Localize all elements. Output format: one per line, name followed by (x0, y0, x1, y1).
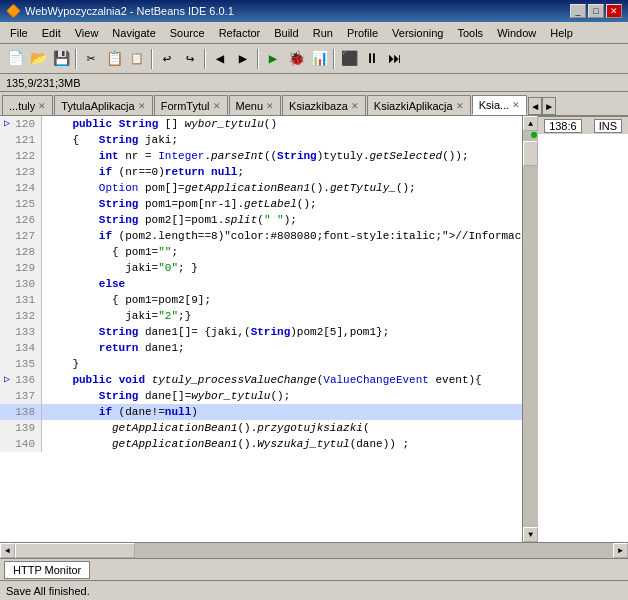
line-code-5[interactable]: String pom1=pom[nr-1].getLabel(); (42, 196, 522, 212)
line-num-18: 138 (14, 404, 42, 420)
line-code-18[interactable]: if (dane!=null) (42, 404, 522, 420)
line-code-8[interactable]: { pom1=""; (42, 244, 522, 260)
new-file-button[interactable]: 📄 (4, 48, 26, 70)
line-indicator-17 (0, 388, 14, 404)
menu-file[interactable]: File (4, 25, 34, 41)
scroll-left-button[interactable]: ◄ (0, 543, 15, 558)
line-code-16[interactable]: public void tytuly_processValueChange(Va… (42, 372, 522, 388)
line-num-3: 123 (14, 164, 42, 180)
run-button[interactable]: ▶ (262, 48, 284, 70)
menu-help[interactable]: Help (544, 25, 579, 41)
tab-close-5[interactable]: ✕ (456, 101, 464, 111)
line-code-6[interactable]: String pom2[]=pom1.split(" "); (42, 212, 522, 228)
close-button[interactable]: ✕ (606, 4, 622, 18)
editor-tab-3[interactable]: Menu✕ (229, 95, 282, 115)
editor-tab-4[interactable]: Ksiazkibaza✕ (282, 95, 366, 115)
undo-button[interactable]: ↩ (156, 48, 178, 70)
line-code-0[interactable]: public String [] wybor_tytulu() (42, 116, 522, 132)
line-code-20[interactable]: getApplicationBean1().Wyszukaj_tytul(dan… (42, 436, 522, 452)
line-code-17[interactable]: String dane[]=wybor_tytulu(); (42, 388, 522, 404)
back-button[interactable]: ◀ (209, 48, 231, 70)
open-button[interactable]: 📂 (27, 48, 49, 70)
scroll-thumb-h[interactable] (15, 543, 135, 558)
menu-edit[interactable]: Edit (36, 25, 67, 41)
horizontal-scrollbar[interactable]: ◄ ► (0, 542, 628, 558)
editor-tab-1[interactable]: TytulaAplikacja✕ (54, 95, 152, 115)
line-indicator-15 (0, 356, 14, 372)
line-code-1[interactable]: { String jaki; (42, 132, 522, 148)
line-code-4[interactable]: Option pom[]=getApplicationBean1().getTy… (42, 180, 522, 196)
line-code-13[interactable]: String dane1[]= {jaki,(String)pom2[5],po… (42, 324, 522, 340)
paste-button[interactable]: 📋 (126, 48, 148, 70)
menu-run[interactable]: Run (307, 25, 339, 41)
maximize-button[interactable]: □ (588, 4, 604, 18)
http-monitor-tab[interactable]: HTTP Monitor (4, 561, 90, 579)
tab-close-6[interactable]: ✕ (512, 100, 520, 110)
redo-button[interactable]: ↪ (179, 48, 201, 70)
vertical-scrollbar[interactable]: ▲ ▼ (522, 116, 538, 542)
editor-tab-5[interactable]: KsiazkiAplikacja✕ (367, 95, 471, 115)
scroll-down-button[interactable]: ▼ (523, 527, 538, 542)
forward-button[interactable]: ▶ (232, 48, 254, 70)
line-code-2[interactable]: int nr = Integer.parseInt((String)tytuly… (42, 148, 522, 164)
line-code-3[interactable]: if (nr==0)return null; (42, 164, 522, 180)
debug-button[interactable]: 🐞 (285, 48, 307, 70)
line-indicator-12 (0, 308, 14, 324)
line-code-10[interactable]: else (42, 276, 522, 292)
tab-nav-right[interactable]: ► (542, 97, 556, 115)
minimize-button[interactable]: _ (570, 4, 586, 18)
profile-button[interactable]: 📊 (308, 48, 330, 70)
line-code-11[interactable]: { pom1=pom2[9]; (42, 292, 522, 308)
title-bar-controls[interactable]: _ □ ✕ (570, 4, 622, 18)
line-indicator-18 (0, 404, 14, 420)
scroll-up-button[interactable]: ▲ (523, 116, 538, 131)
menu-build[interactable]: Build (268, 25, 304, 41)
menu-view[interactable]: View (69, 25, 105, 41)
code-line-2: 122 int nr = Integer.parseInt((String)ty… (0, 148, 522, 164)
menu-navigate[interactable]: Navigate (106, 25, 161, 41)
pause-button[interactable]: ⏸ (361, 48, 383, 70)
bottom-tab-bar: HTTP Monitor (0, 558, 628, 580)
cut-button[interactable]: ✂ (80, 48, 102, 70)
tab-close-2[interactable]: ✕ (213, 101, 221, 111)
tab-close-0[interactable]: ✕ (38, 101, 46, 111)
menu-versioning[interactable]: Versioning (386, 25, 449, 41)
stop-button[interactable]: ⬛ (338, 48, 360, 70)
save-button[interactable]: 💾 (50, 48, 72, 70)
line-code-7[interactable]: if (pom2.length==8)"color:#808080;font-s… (42, 228, 522, 244)
line-code-9[interactable]: jaki="0"; } (42, 260, 522, 276)
tab-close-1[interactable]: ✕ (138, 101, 146, 111)
menu-window[interactable]: Window (491, 25, 542, 41)
editor-tab-bar: ...tuly✕TytulaAplikacja✕FormTytul✕Menu✕K… (0, 92, 628, 116)
menu-tools[interactable]: Tools (451, 25, 489, 41)
tab-close-4[interactable]: ✕ (351, 101, 359, 111)
code-line-8: 128 { pom1=""; (0, 244, 522, 260)
scroll-track-h[interactable] (15, 543, 613, 558)
line-code-15[interactable]: } (42, 356, 522, 372)
menu-source[interactable]: Source (164, 25, 211, 41)
code-line-4: 124 Option pom[]=getApplicationBean1().g… (0, 180, 522, 196)
menu-profile[interactable]: Profile (341, 25, 384, 41)
line-code-12[interactable]: jaki="2";} (42, 308, 522, 324)
line-num-9: 129 (14, 260, 42, 276)
editor-tab-0[interactable]: ...tuly✕ (2, 95, 53, 115)
code-line-6: 126 String pom2[]=pom1.split(" "); (0, 212, 522, 228)
copy-button[interactable]: 📋 (103, 48, 125, 70)
menu-bar: File Edit View Navigate Source Refactor … (0, 22, 628, 44)
scroll-thumb-v[interactable] (523, 141, 538, 166)
tab-close-3[interactable]: ✕ (266, 101, 274, 111)
step-button[interactable]: ⏭ (384, 48, 406, 70)
editor-tab-2[interactable]: FormTytul✕ (154, 95, 228, 115)
code-editor[interactable]: ▷120 public String [] wybor_tytulu()121 … (0, 116, 522, 542)
line-code-14[interactable]: return dane1; (42, 340, 522, 356)
line-code-19[interactable]: getApplicationBean1().przygotujksiazki( (42, 420, 522, 436)
editor-status-bar: 138:6 INS (538, 116, 628, 134)
scroll-right-button[interactable]: ► (613, 543, 628, 558)
line-indicator-1 (0, 132, 14, 148)
editor-tab-6[interactable]: Ksia...✕ (472, 95, 528, 115)
tab-nav-left[interactable]: ◄ (528, 97, 542, 115)
scroll-track-v[interactable] (523, 131, 538, 527)
menu-refactor[interactable]: Refactor (213, 25, 267, 41)
code-line-18: 138 if (dane!=null) (0, 404, 522, 420)
line-num-0: 120 (14, 116, 42, 132)
